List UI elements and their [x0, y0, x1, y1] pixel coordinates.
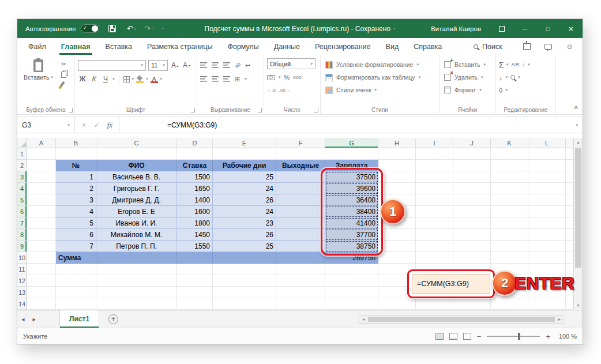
row-header-1[interactable]: 1 [17, 148, 27, 160]
align-bottom-icon[interactable] [223, 62, 230, 68]
cell-D11[interactable] [177, 264, 213, 275]
column-header-I[interactable]: I [416, 138, 453, 148]
cell-L2[interactable] [528, 160, 566, 171]
cell-F11[interactable] [276, 264, 325, 275]
row-header-3[interactable]: 3 [17, 171, 27, 183]
row-header-10[interactable]: 10 [17, 252, 27, 264]
cell-J3[interactable] [453, 171, 491, 183]
cell-A5[interactable] [27, 194, 56, 206]
cell-F2[interactable]: Выходные [276, 160, 325, 171]
cell-J12[interactable] [453, 275, 491, 287]
cell-B6[interactable]: 4 [56, 206, 96, 217]
cell-E11[interactable] [213, 264, 276, 275]
cell-B12[interactable] [56, 275, 96, 287]
cell-E9[interactable]: 25 [213, 241, 276, 252]
name-box[interactable]: G3▾ [17, 117, 75, 133]
cell-L14[interactable] [528, 298, 566, 310]
close-button[interactable]: × [559, 19, 583, 38]
cell-L11[interactable] [528, 264, 566, 275]
cell-J7[interactable] [453, 217, 491, 229]
column-header-B[interactable]: B [56, 138, 96, 148]
page-layout-view-button[interactable] [449, 333, 457, 340]
cell-J4[interactable] [453, 183, 491, 194]
comma-style-icon[interactable]: 000 [293, 75, 302, 80]
cell-D6[interactable]: 1600 [177, 206, 213, 217]
cell-K14[interactable] [491, 298, 528, 310]
cell-B13[interactable] [56, 287, 96, 298]
cell-J8[interactable] [453, 229, 491, 241]
scroll-right-icon[interactable]: ▸ [555, 317, 564, 322]
cell-B1[interactable] [56, 148, 96, 160]
cell-E1[interactable] [213, 148, 276, 160]
cell-C13[interactable] [96, 287, 177, 298]
cell-G2[interactable]: Зарплата [325, 160, 378, 171]
cell-C1[interactable] [96, 148, 177, 160]
cell-B14[interactable] [56, 298, 96, 310]
cell-I7[interactable] [416, 217, 453, 229]
copy-icon[interactable] [61, 72, 66, 78]
cell-B3[interactable]: 1 [56, 171, 96, 183]
row-header-8[interactable]: 8 [17, 229, 27, 241]
column-header-G[interactable]: G [325, 138, 378, 148]
cell-G14[interactable] [325, 298, 378, 310]
redo-button[interactable]: ↷▾ [144, 24, 153, 33]
cell-A10[interactable] [27, 252, 56, 264]
dialog-launcher-icon[interactable] [258, 108, 262, 112]
cell-C12[interactable] [96, 275, 177, 287]
cell-J2[interactable] [453, 160, 491, 171]
cell-I4[interactable] [416, 183, 453, 194]
conditional-formatting-button[interactable]: Условное форматирование ▾ [324, 58, 436, 71]
cell-B9[interactable]: 7 [56, 241, 96, 252]
cell-G10[interactable]: 269750 [325, 252, 378, 264]
cell-D12[interactable] [177, 275, 213, 287]
ribbon-tab-8[interactable]: Справка [406, 38, 449, 55]
cell-H13[interactable] [378, 287, 416, 298]
align-middle-icon[interactable] [212, 62, 219, 68]
sheet-nav-right-icon[interactable]: ▸ [33, 316, 36, 323]
user-name[interactable]: Виталий Каиров [431, 25, 481, 32]
scroll-down-icon[interactable]: ▾ [574, 303, 583, 308]
column-header-C[interactable]: C [96, 138, 177, 148]
cell-K8[interactable] [491, 229, 528, 241]
cell-C9[interactable]: Петров П. П. [96, 241, 177, 252]
accounting-format-icon[interactable] [267, 75, 275, 80]
cell-B8[interactable]: 6 [56, 229, 96, 241]
cell-H1[interactable] [378, 148, 416, 160]
cell-G9[interactable]: 38750 [325, 241, 378, 252]
zoom-in-button[interactable]: + [546, 332, 550, 341]
clear-icon[interactable]: ◊ [499, 86, 502, 95]
cell-E3[interactable]: 25 [213, 171, 276, 183]
fill-color-icon[interactable] [136, 76, 144, 83]
cell-H2[interactable] [378, 160, 416, 171]
horizontal-scrollbar[interactable]: ◂ ▸ [359, 315, 564, 324]
ribbon-tab-5[interactable]: Данные [266, 38, 307, 55]
row-header-14[interactable]: 14 [17, 298, 27, 310]
cell-D2[interactable]: Ставка [177, 160, 213, 171]
cell-K10[interactable] [491, 252, 528, 264]
cell-B2[interactable]: № [56, 160, 96, 171]
row-header-9[interactable]: 9 [17, 241, 27, 252]
cell-G1[interactable] [325, 148, 378, 160]
cell-G4[interactable]: 39600 [325, 183, 378, 194]
vertical-scroll-thumb[interactable] [575, 148, 581, 268]
page-break-view-button[interactable] [463, 333, 471, 340]
dialog-launcher-icon[interactable] [314, 108, 318, 112]
cell-C14[interactable] [96, 298, 177, 310]
search-box[interactable]: Поиск [474, 43, 502, 51]
cell-K1[interactable] [491, 148, 528, 160]
cell-C11[interactable] [96, 264, 177, 275]
cell-G3[interactable]: 37500 [325, 171, 378, 183]
cell-F1[interactable] [276, 148, 325, 160]
cell-A13[interactable] [27, 287, 56, 298]
cell-F6[interactable] [276, 206, 325, 217]
row-header-6[interactable]: 6 [17, 206, 27, 217]
zoom-level[interactable]: 100 % [556, 333, 577, 340]
cell-F8[interactable] [276, 229, 325, 241]
ribbon-tab-2[interactable]: Вставка [98, 38, 140, 55]
align-left-icon[interactable] [200, 76, 207, 82]
borders-icon[interactable] [123, 76, 130, 82]
cell-A4[interactable] [27, 183, 56, 194]
cell-F3[interactable] [276, 171, 325, 183]
cell-I11[interactable] [416, 264, 453, 275]
cell-I10[interactable] [416, 252, 453, 264]
